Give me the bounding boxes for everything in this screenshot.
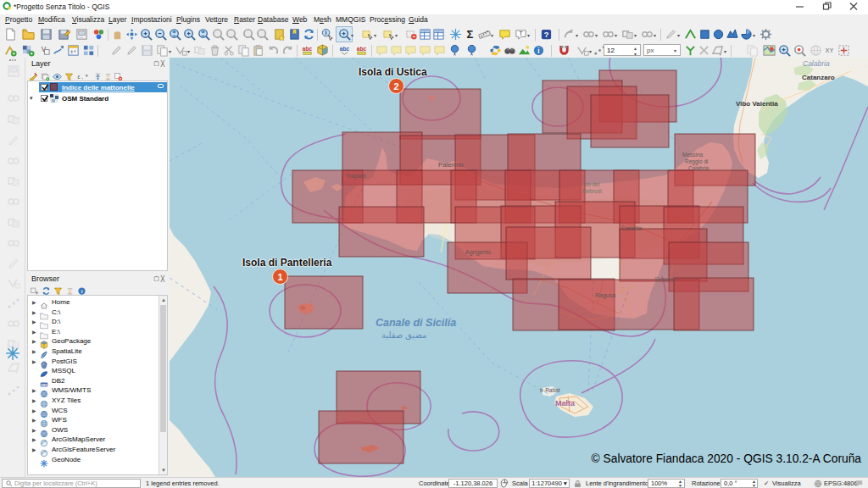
- svg-text:Calabria: Calabria: [688, 165, 709, 171]
- svg-text:Ir-Rabat: Ir-Rabat: [540, 387, 560, 393]
- svg-text:XY: XY: [825, 47, 833, 54]
- svg-text:Malta: Malta: [555, 399, 576, 408]
- svg-text:Nebrodi: Nebrodi: [582, 188, 602, 194]
- svg-text:مضيق صقلية: مضيق صقلية: [381, 330, 426, 340]
- svg-text:Vibo Valentia: Vibo Valentia: [736, 100, 778, 108]
- svg-text:ε: ε: [78, 74, 81, 80]
- svg-text:Canale di Sicilia: Canale di Sicilia: [376, 317, 456, 329]
- svg-text:Calabria: Calabria: [803, 59, 830, 68]
- svg-text:Σ: Σ: [467, 28, 474, 41]
- svg-text:i: i: [81, 288, 83, 294]
- svg-text:T: T: [520, 30, 523, 36]
- svg-text:Ragusa: Ragusa: [595, 292, 615, 299]
- svg-text:i: i: [326, 29, 327, 36]
- svg-text:i: i: [537, 47, 539, 55]
- svg-text:?: ?: [544, 30, 549, 39]
- svg-text:Trapani: Trapani: [346, 173, 366, 180]
- svg-text:Siracusa: Siracusa: [654, 276, 676, 282]
- svg-text:abc: abc: [340, 46, 350, 52]
- svg-text:Agrigento: Agrigento: [465, 249, 491, 256]
- svg-text:Messina: Messina: [682, 152, 704, 158]
- svg-text:Reggio di: Reggio di: [685, 158, 708, 165]
- svg-text:abc: abc: [357, 46, 367, 52]
- svg-text:Palermo: Palermo: [438, 161, 464, 169]
- svg-text:Catanzaro: Catanzaro: [802, 74, 835, 81]
- svg-text:Catania: Catania: [621, 225, 642, 231]
- svg-text:co dei: co dei: [585, 181, 599, 187]
- svg-text:abc: abc: [303, 46, 313, 52]
